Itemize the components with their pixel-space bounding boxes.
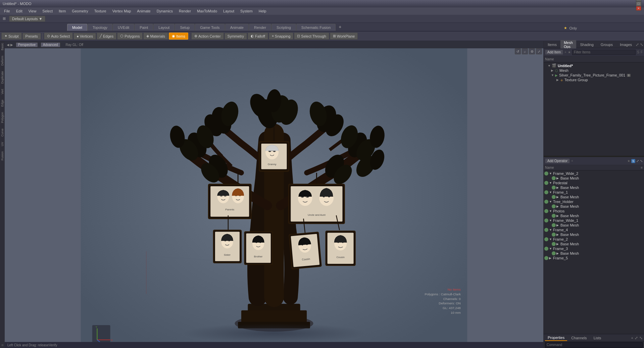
viewport[interactable]: ◀ ▶ Perspective Advanced Ray GL: Off ↺ ⌕… — [5, 41, 543, 348]
bot-tab-lists[interactable]: Lists — [591, 335, 604, 341]
tree-item-bm5[interactable]: ▶ Base Mesh — [544, 213, 643, 218]
menu-file[interactable]: File — [1, 8, 13, 14]
tree-item-frame-4[interactable]: ▼ Frame_4 — [544, 228, 643, 232]
menu-geometry[interactable]: Geometry — [69, 8, 91, 14]
layout-selector[interactable]: Default Layouts ▼ — [9, 16, 45, 22]
advanced-button[interactable]: Advanced — [41, 42, 60, 47]
tree-item-texture[interactable]: ▶ ◈ Texture Group — [544, 78, 643, 82]
vert-tab-polygon[interactable]: Polygon — [1, 111, 4, 124]
perspective-button[interactable]: Perspective — [16, 42, 38, 47]
tree-item-bm1[interactable]: ▶ Base Mesh — [544, 176, 643, 181]
right-tab-items[interactable]: Items — [544, 42, 560, 47]
tree-item-frame-wide-2[interactable]: ▼ Frame_Wide_2 — [544, 171, 643, 176]
menu-system[interactable]: System — [238, 8, 255, 14]
add-operator-button[interactable]: Add Operator — [545, 158, 570, 163]
items-tb-icon-1[interactable]: + — [564, 50, 566, 54]
viewport-canvas[interactable]: Granny — [5, 48, 543, 348]
tree-item-silver-family[interactable]: ▼ ▶ Silver_Family_Tree_Picture_Frame_001… — [544, 73, 643, 78]
bot-tab-add[interactable]: + — [631, 336, 633, 340]
bot-tab-properties[interactable]: Properties — [545, 335, 567, 341]
tab-layout[interactable]: Layout — [153, 24, 175, 31]
tab-setup[interactable]: Setup — [175, 24, 195, 31]
tab-paint[interactable]: Paint — [135, 24, 153, 31]
close-button[interactable]: ✕ — [636, 6, 641, 11]
vert-tab-vert[interactable]: Vert — [1, 88, 4, 95]
materials-button[interactable]: ◈ Materials — [143, 33, 168, 40]
command-input[interactable] — [545, 342, 643, 348]
presets-button[interactable]: Presets — [22, 33, 41, 40]
bot-collapse-icon[interactable]: ⤡ — [639, 336, 643, 340]
workplane-button[interactable]: ⊞ WorkPlane — [330, 33, 358, 40]
items-tb-icon-2[interactable]: ★ — [568, 50, 571, 54]
filter-items-input[interactable] — [572, 50, 636, 55]
expand-icon[interactable]: ⤢ — [636, 42, 639, 47]
action-center-button[interactable]: ⊕ Action Center — [191, 33, 224, 40]
right-tab-groups[interactable]: Groups — [597, 42, 616, 47]
tree-item-bm4[interactable]: ▶ Base Mesh — [544, 204, 643, 209]
meshops-collapse[interactable]: ⤡ — [640, 159, 643, 163]
tree-item-bm9[interactable]: ▶ Base Mesh — [544, 251, 643, 256]
tree-item-untitled[interactable]: ▼ 🎬 Untitled* — [544, 63, 643, 68]
tree-item-tree-holder[interactable]: ▼ Tree_Holder — [544, 199, 643, 204]
tree-item-frame-1[interactable]: ▼ Frame_1 — [544, 190, 643, 195]
bot-expand-icon[interactable]: ⤢ — [635, 336, 638, 340]
tree-item-bm8[interactable]: ▶ Base Mesh — [544, 242, 643, 246]
meshops-sort-icon[interactable]: ≡ — [641, 166, 643, 169]
menu-texture[interactable]: Texture — [92, 8, 109, 14]
select-through-button[interactable]: ⊡ Select Through — [294, 33, 329, 40]
tree-item-photos[interactable]: ▼ Photos — [544, 209, 643, 213]
tab-model[interactable]: Model — [67, 24, 87, 31]
tree-item-pedestal[interactable]: ▼ Pedestal — [544, 181, 643, 185]
menu-help[interactable]: Help — [256, 8, 269, 14]
falloff-button[interactable]: ◐ Falloff — [248, 33, 268, 40]
vert-tab-duplicate[interactable]: Duplicate — [1, 70, 4, 85]
vert-tab-edge[interactable]: Edge — [1, 99, 4, 107]
items-tb-icon-4[interactable]: F — [641, 50, 643, 54]
tab-uvedit[interactable]: UVEdit — [113, 24, 134, 31]
tree-item-frame-2[interactable]: ▼ Frame_2 — [544, 237, 643, 242]
vert-tab-fusion[interactable]: Fusion — [1, 151, 4, 161]
meshops-tree[interactable]: ▼ Frame_Wide_2 ▶ Base Mesh ▼ Pedestal ▶ — [544, 170, 644, 334]
menu-select[interactable]: Select — [40, 8, 55, 14]
tree-item-bm3[interactable]: ▶ Base Mesh — [544, 195, 643, 199]
items-tb-icon-3[interactable]: S — [637, 50, 639, 54]
menu-vertex-map[interactable]: Vertex Map — [110, 8, 134, 14]
tree-item-frame-3[interactable]: ▼ Frame_3 — [544, 246, 643, 251]
bot-tab-channels[interactable]: Channels — [568, 335, 589, 341]
vert-tab-basic[interactable]: Basic — [1, 42, 4, 51]
vert-tab-bottom-icon[interactable]: ⊙ — [1, 344, 4, 347]
tree-item-frame-5[interactable]: ▶ Frame_5 — [544, 256, 643, 260]
sculpt-button[interactable]: ✦ Sculpt — [1, 33, 22, 40]
vert-tab-curve[interactable]: Curve — [1, 128, 4, 137]
snapping-button[interactable]: ⌖ Snapping — [269, 33, 294, 40]
menu-render[interactable]: Render — [176, 8, 194, 14]
menu-dynamics[interactable]: Dynamics — [154, 8, 176, 14]
tree-item-frame-wide-1[interactable]: ▼ Frame_Wide_1 — [544, 218, 643, 223]
right-tab-meshops[interactable]: Mesh Ops — [560, 40, 577, 49]
meshops-icon-1[interactable]: + — [571, 159, 573, 163]
edges-button[interactable]: ╱ Edges — [97, 33, 116, 40]
menu-layout[interactable]: Layout — [220, 8, 237, 14]
tab-render[interactable]: Render — [249, 24, 271, 31]
vert-tab-uv[interactable]: UV — [1, 141, 4, 147]
tree-item-bm7[interactable]: ▶ Base Mesh — [544, 232, 643, 237]
meshops-expand[interactable]: ⤢ — [636, 159, 639, 163]
tree-item-bm2[interactable]: ▶ Base Mesh — [544, 185, 643, 190]
maximize-button[interactable]: □ — [636, 1, 641, 6]
add-item-button[interactable]: Add Item — [545, 50, 563, 55]
vert-tab-deform[interactable]: Deform — [1, 55, 4, 66]
tab-animate[interactable]: Animate — [225, 24, 249, 31]
tab-scripting[interactable]: Scripting — [271, 24, 296, 31]
items-button[interactable]: ◉ Items — [169, 33, 188, 40]
menu-animate[interactable]: Animate — [134, 8, 153, 14]
right-tab-images[interactable]: Images — [616, 42, 635, 47]
menu-view[interactable]: View — [26, 8, 39, 14]
tab-game-tools[interactable]: Game Tools — [195, 24, 225, 31]
tree-item-bm6[interactable]: ▶ Base Mesh — [544, 223, 643, 228]
vertices-button[interactable]: ● Vertices — [73, 33, 96, 40]
tab-topology[interactable]: Topology — [88, 24, 112, 31]
menu-edit[interactable]: Edit — [13, 8, 25, 14]
meshops-icon-2[interactable]: ★ — [627, 159, 630, 163]
menu-item[interactable]: Item — [56, 8, 68, 14]
menu-maxtomodo[interactable]: MaxToModo — [194, 8, 220, 14]
